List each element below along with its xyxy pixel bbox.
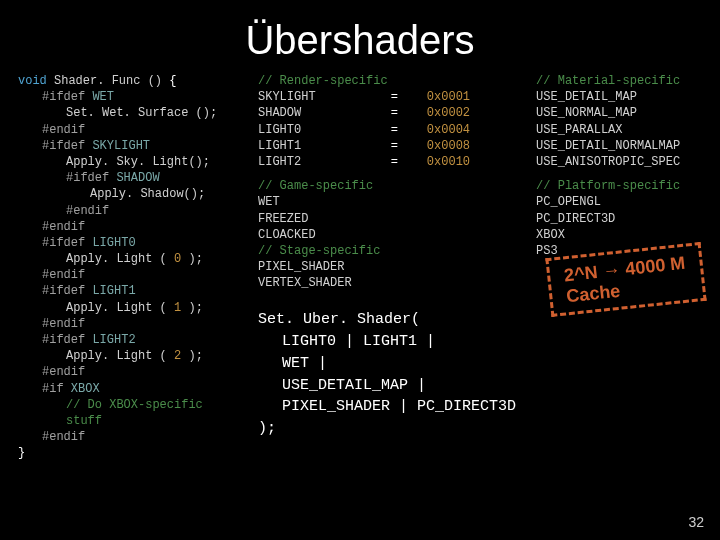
- render-table: SKYLIGHT=0x0001 SHADOW=0x0002 LIGHT0=0x0…: [258, 89, 516, 170]
- pp-endif: #endif: [18, 203, 238, 219]
- eq: =: [368, 122, 421, 138]
- mac-xbox: XBOX: [71, 382, 100, 396]
- call-fn: Set. Uber. Shader(: [258, 309, 516, 331]
- call-applylight: Apply. Light (: [66, 301, 167, 315]
- sep-pipe: |: [417, 377, 426, 394]
- cmt-render: // Render-specific: [258, 73, 516, 89]
- call-applysky: Apply. Sky. Light();: [18, 154, 238, 170]
- sep-pipe: |: [426, 333, 435, 350]
- def-name: PC_DIRECT3D: [536, 211, 702, 227]
- cmt-stage: // Stage-specific: [258, 243, 516, 259]
- def-name: SKYLIGHT: [258, 89, 362, 105]
- pp-ifdef: #ifdef: [42, 90, 85, 104]
- def-name: PC_OPENGL: [536, 194, 702, 210]
- def-val: 0x0001: [427, 89, 516, 105]
- def-val: 0x0008: [427, 138, 516, 154]
- pp-endif: #endif: [18, 429, 238, 445]
- def-val: 0x0010: [427, 154, 516, 170]
- call-setwet: Set. Wet. Surface ();: [18, 105, 238, 121]
- slide-title: Übershaders: [0, 0, 720, 73]
- call-arg: PC_DIRECT3D: [417, 398, 516, 415]
- pp-ifdef: #ifdef: [42, 236, 85, 250]
- mac-wet: WET: [92, 90, 114, 104]
- def-name: XBOX: [536, 227, 702, 243]
- def-name: LIGHT1: [258, 138, 362, 154]
- def-name: CLOACKED: [258, 227, 516, 243]
- close-paren: );: [181, 252, 203, 266]
- mac-light1: LIGHT1: [92, 284, 135, 298]
- brace-open: {: [169, 74, 176, 88]
- call-block: Set. Uber. Shader( LIGHT0 | LIGHT1 | WET…: [258, 309, 516, 440]
- def-name: SHADOW: [258, 105, 362, 121]
- cmt-xbox: // Do XBOX-specific stuff: [18, 397, 238, 429]
- call-arg: LIGHT0: [282, 333, 336, 350]
- mac-light2: LIGHT2: [92, 333, 135, 347]
- pp-endif: #endif: [18, 267, 238, 283]
- call-close: );: [258, 418, 516, 440]
- eq: =: [368, 154, 421, 170]
- cmt-platform: // Platform-specific: [536, 178, 702, 194]
- eq: =: [368, 105, 421, 121]
- def-name: PIXEL_SHADER: [258, 259, 516, 275]
- call-arg: USE_DETAIL_MAP: [282, 377, 408, 394]
- call-applylight: Apply. Light (: [66, 252, 167, 266]
- call-arg: LIGHT1: [363, 333, 417, 350]
- eq: =: [368, 138, 421, 154]
- mac-shadow: SHADOW: [116, 171, 159, 185]
- pp-endif: #endif: [18, 219, 238, 235]
- def-name: USE_NORMAL_MAP: [536, 105, 702, 121]
- call-arg: WET: [282, 355, 309, 372]
- pp-ifdef: #ifdef: [66, 171, 109, 185]
- pp-endif: #endif: [18, 316, 238, 332]
- mac-light0: LIGHT0: [92, 236, 135, 250]
- call-applylight: Apply. Light (: [66, 349, 167, 363]
- code-column: void Shader. Func () { #ifdef WET Set. W…: [18, 73, 238, 462]
- sep-pipe: |: [318, 355, 327, 372]
- brace-close: }: [18, 445, 238, 461]
- cmt-game: // Game-specific: [258, 178, 516, 194]
- pp-endif: #endif: [18, 364, 238, 380]
- pp-ifdef: #ifdef: [42, 284, 85, 298]
- def-name: VERTEX_SHADER: [258, 275, 516, 291]
- def-name: USE_DETAIL_NORMALMAP: [536, 138, 702, 154]
- cmt-material: // Material-specific: [536, 73, 702, 89]
- fn-name: Shader. Func (): [54, 74, 162, 88]
- sep-pipe: |: [345, 333, 354, 350]
- pp-endif: #endif: [18, 122, 238, 138]
- defines-column-1: // Render-specific SKYLIGHT=0x0001 SHADO…: [258, 73, 516, 462]
- close-paren: );: [181, 301, 203, 315]
- def-name: FREEZED: [258, 211, 516, 227]
- def-name: LIGHT2: [258, 154, 362, 170]
- mac-skylight: SKYLIGHT: [92, 139, 150, 153]
- sep-pipe: |: [399, 398, 408, 415]
- pp-ifdef: #ifdef: [42, 333, 85, 347]
- def-name: LIGHT0: [258, 122, 362, 138]
- page-number: 32: [688, 514, 704, 530]
- call-arg: PIXEL_SHADER: [282, 398, 390, 415]
- kw-void: void: [18, 74, 47, 88]
- def-name: WET: [258, 194, 516, 210]
- def-name: USE_PARALLAX: [536, 122, 702, 138]
- def-name: USE_DETAIL_MAP: [536, 89, 702, 105]
- eq: =: [368, 89, 421, 105]
- def-val: 0x0002: [427, 105, 516, 121]
- pp-if: #if: [42, 382, 64, 396]
- call-applyshadow: Apply. Shadow();: [18, 186, 238, 202]
- close-paren: );: [181, 349, 203, 363]
- def-name: USE_ANISOTROPIC_SPEC: [536, 154, 702, 170]
- def-val: 0x0004: [427, 122, 516, 138]
- pp-ifdef: #ifdef: [42, 139, 85, 153]
